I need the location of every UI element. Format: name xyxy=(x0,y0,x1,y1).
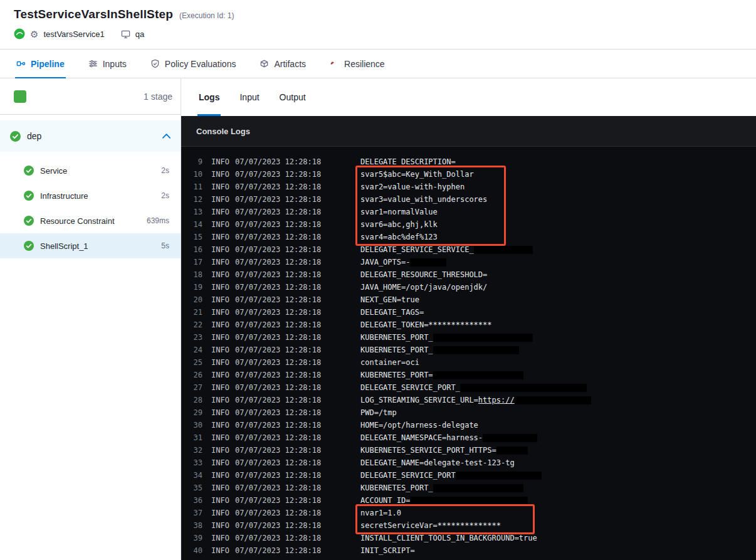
service-env-row: ⚙ testVarsService1 qa xyxy=(14,28,742,40)
redacted-value xyxy=(433,334,533,342)
log-link[interactable]: https:// xyxy=(478,396,515,404)
log-message: JAVA_OPTS=- xyxy=(360,258,446,267)
log-message: LOG_STREAMING_SERVICE_URL=https:// xyxy=(360,396,591,404)
console-logs-title: Console Logs xyxy=(196,127,250,136)
log-message: ACCOUNT_ID= xyxy=(360,496,528,505)
step-duration: 639ms xyxy=(147,216,169,225)
step-name: Resource Constraint xyxy=(40,216,115,226)
chevron-up-icon[interactable] xyxy=(162,134,171,139)
tab-input[interactable]: Input xyxy=(239,78,259,116)
log-level: INFO xyxy=(211,383,235,392)
log-timestamp: 07/07/2023 12:28:18 xyxy=(235,471,327,480)
redacted-value xyxy=(474,246,533,254)
resilience-icon xyxy=(330,59,339,68)
execution-header: TestServiceVarsInShellStep (Execution Id… xyxy=(0,0,756,50)
tab-output[interactable]: Output xyxy=(280,78,306,116)
log-line: 40INFO07/07/2023 12:28:18INIT_SCRIPT= xyxy=(181,544,756,557)
log-line: 15INFO07/07/2023 12:28:18svar4=abc%def%1… xyxy=(181,231,756,243)
log-line: 16INFO07/07/2023 12:28:18DELEGATE_SERVIC… xyxy=(181,243,756,256)
log-level: INFO xyxy=(211,471,235,480)
step-row-resource-constraint[interactable]: Resource Constraint639ms xyxy=(0,208,181,233)
tab-artifacts[interactable]: Artifacts xyxy=(260,50,306,78)
line-number: 27 xyxy=(181,383,202,392)
redacted-value xyxy=(410,258,446,267)
log-timestamp: 07/07/2023 12:28:18 xyxy=(235,320,327,329)
log-level: INFO xyxy=(211,408,235,417)
log-line: 35INFO07/07/2023 12:28:18KUBERNETES_PORT… xyxy=(181,482,756,494)
log-line: 31INFO07/07/2023 12:28:18DELEGATE_NAMESP… xyxy=(181,431,756,444)
stage-name: dep xyxy=(27,131,156,141)
step-row-shellscript-1[interactable]: ShellScript_15s xyxy=(0,233,181,258)
step-name: ShellScript_1 xyxy=(40,241,88,251)
log-line: 10INFO07/07/2023 12:28:18svar5$abc=Key_W… xyxy=(181,168,756,181)
log-message: JAVA_HOME=/opt/java/openjdk/ xyxy=(360,283,487,292)
tab-logs[interactable]: Logs xyxy=(199,78,219,116)
log-level: INFO xyxy=(211,195,235,204)
tab-policy-evaluations[interactable]: Policy Evaluations xyxy=(150,50,236,78)
log-level: INFO xyxy=(211,245,235,254)
log-line: 30INFO07/07/2023 12:28:18HOME=/opt/harne… xyxy=(181,419,756,431)
log-timestamp: 07/07/2023 12:28:18 xyxy=(235,433,327,442)
line-number: 22 xyxy=(181,320,202,329)
log-timestamp: 07/07/2023 12:28:18 xyxy=(235,157,327,166)
log-message: PWD=/tmp xyxy=(360,408,397,417)
log-level: INFO xyxy=(211,157,235,166)
log-timestamp: 07/07/2023 12:28:18 xyxy=(235,195,327,204)
line-number: 24 xyxy=(181,346,202,354)
log-line: 32INFO07/07/2023 12:28:18KUBERNETES_SERV… xyxy=(181,444,756,457)
log-level: INFO xyxy=(211,421,235,430)
log-level: INFO xyxy=(211,295,235,304)
gear-icon: ⚙ xyxy=(30,29,38,39)
stage-summary: 1 stage xyxy=(0,78,181,115)
success-check-icon xyxy=(24,166,34,176)
log-timestamp: 07/07/2023 12:28:18 xyxy=(235,258,327,267)
success-check-icon xyxy=(24,216,34,226)
step-row-service[interactable]: Service2s xyxy=(0,158,181,183)
tab-resilience[interactable]: Resilience xyxy=(330,50,385,78)
stage-count: 1 stage xyxy=(144,92,172,102)
line-number: 29 xyxy=(181,408,202,417)
stage-status-square[interactable] xyxy=(14,90,26,103)
step-name: Infrastructure xyxy=(40,191,88,201)
log-line: 39INFO07/07/2023 12:28:18INSTALL_CLIENT_… xyxy=(181,532,756,544)
log-message: svar2=value-with-hyphen xyxy=(360,182,465,191)
log-area[interactable]: 9INFO07/07/2023 12:28:18DELEGATE_DESCRIP… xyxy=(181,147,756,560)
log-line: 24INFO07/07/2023 12:28:18KUBERNETES_PORT… xyxy=(181,344,756,356)
log-timestamp: 07/07/2023 12:28:18 xyxy=(235,534,327,542)
log-level: INFO xyxy=(211,371,235,379)
log-timestamp: 07/07/2023 12:28:18 xyxy=(235,546,327,555)
line-number: 25 xyxy=(181,358,202,367)
step-name: Service xyxy=(40,166,67,176)
log-timestamp: 07/07/2023 12:28:18 xyxy=(235,245,327,254)
log-line: 27INFO07/07/2023 12:28:18DELEGATE_SERVIC… xyxy=(181,381,756,394)
line-number: 28 xyxy=(181,396,202,404)
step-duration: 2s xyxy=(161,166,169,175)
log-timestamp: 07/07/2023 12:28:18 xyxy=(235,483,327,492)
line-number: 14 xyxy=(181,220,202,229)
log-message: KUBERNETES_SERVICE_PORT_HTTPS= xyxy=(360,446,528,455)
line-number: 30 xyxy=(181,421,202,430)
log-message: KUBERNETES_PORT_ xyxy=(360,333,533,342)
tab-pipeline[interactable]: Pipeline xyxy=(16,50,65,78)
log-message: KUBERNETES_PORT_ xyxy=(360,483,523,492)
stage-row-dep[interactable]: dep xyxy=(0,120,181,152)
line-number: 23 xyxy=(181,333,202,342)
log-timestamp: 07/07/2023 12:28:18 xyxy=(235,509,327,517)
line-number: 9 xyxy=(181,157,202,166)
line-number: 11 xyxy=(181,182,202,191)
step-row-infrastructure[interactable]: Infrastructure2s xyxy=(0,183,181,208)
log-line: 18INFO07/07/2023 12:28:18DELEGATE_RESOUR… xyxy=(181,268,756,281)
log-level: INFO xyxy=(211,433,235,442)
log-message: DELEGATE_RESOURCE_THRESHOLD= xyxy=(360,270,487,279)
log-message: HOME=/opt/harness-delegate xyxy=(360,421,478,430)
execution-id: (Execution Id: 1) xyxy=(179,11,234,20)
log-line: 20INFO07/07/2023 12:28:18NEXT_GEN=true xyxy=(181,293,756,306)
console-panel: Console Logs 9INFO07/07/2023 12:28:18DEL… xyxy=(181,116,756,560)
log-timestamp: 07/07/2023 12:28:18 xyxy=(235,521,327,530)
log-lines: 9INFO07/07/2023 12:28:18DELEGATE_DESCRIP… xyxy=(181,156,756,557)
log-timestamp: 07/07/2023 12:28:18 xyxy=(235,333,327,342)
log-timestamp: 07/07/2023 12:28:18 xyxy=(235,208,327,216)
redacted-value xyxy=(483,434,537,442)
log-message: svar3=value_with_underscores xyxy=(360,195,487,204)
tab-inputs[interactable]: Inputs xyxy=(88,50,127,78)
